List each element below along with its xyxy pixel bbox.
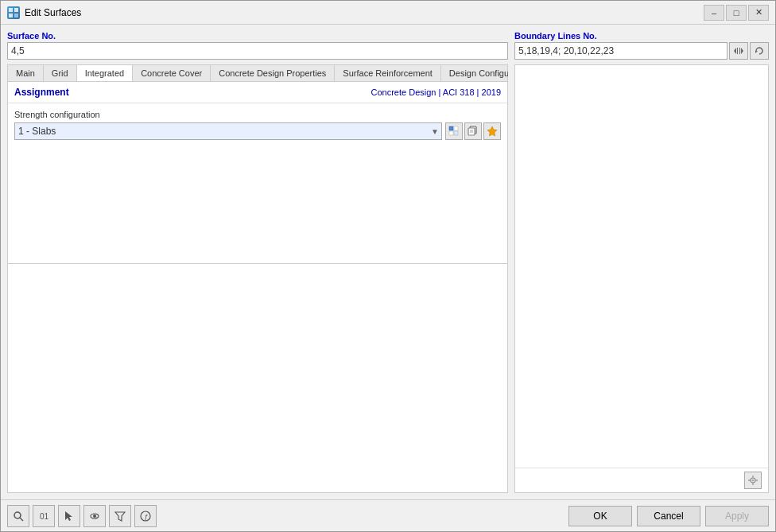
config-star-btn[interactable] [483,122,501,140]
info-bottom-btn[interactable]: ƒ [134,505,157,527]
right-content [514,64,769,493]
boundary-refresh-btn[interactable] [750,42,769,60]
boundary-input-row [514,42,769,60]
settings-icon [747,475,759,486]
svg-rect-11 [449,131,453,135]
svg-text:ƒ: ƒ [145,513,149,521]
surface-no-label: Surface No. [7,31,508,41]
dialog-buttons: OK Cancel Apply [568,506,769,526]
config-action-icons [445,122,501,140]
svg-rect-14 [468,128,475,135]
svg-point-29 [93,515,96,518]
right-body [515,65,768,468]
svg-marker-27 [65,511,72,521]
concrete-design-label: Concrete Design | ACI 318 | 2019 [371,87,501,97]
strength-config-row: 1 - Slabs 2 - Beams 3 - Columns ▼ [14,122,501,140]
title-buttons: – □ ✕ [704,5,769,21]
window-title: Edit Surfaces [25,7,81,18]
tabs-bar: Main Grid Integrated Concrete Cover Conc… [7,64,508,81]
bottom-bar: 01 ƒ [1,499,775,531]
number-bottom-icon: 01 [38,511,49,522]
tab-design-configurations[interactable]: Design Configurations [441,65,508,81]
boundary-navigate-btn[interactable] [729,42,748,60]
right-footer [515,468,768,492]
svg-rect-3 [14,14,18,17]
strength-config-select[interactable]: 1 - Slabs 2 - Beams 3 - Columns [14,122,442,140]
tab-surface-reinforcement[interactable]: Surface Reinforcement [335,65,441,81]
eye-bottom-btn[interactable] [83,505,106,527]
svg-rect-10 [454,126,458,130]
left-panel: Main Grid Integrated Concrete Cover Conc… [7,64,508,493]
cancel-button[interactable]: Cancel [637,506,700,526]
star-icon [487,126,498,137]
title-bar: Edit Surfaces – □ ✕ [1,1,775,25]
tab-body-upper: Strength configuration 1 - Slabs 2 - Bea… [8,103,507,263]
filter-bottom-btn[interactable] [109,505,131,527]
apply-button[interactable]: Apply [705,506,769,526]
svg-rect-2 [9,14,13,17]
surface-no-input[interactable] [7,42,508,60]
minimize-button[interactable]: – [704,5,724,21]
right-footer-btn[interactable] [744,472,762,489]
content-area: Surface No. Boundary Lines No. [1,25,775,499]
right-panel [514,64,769,493]
tab-grid[interactable]: Grid [44,65,77,81]
main-content: Main Grid Integrated Concrete Cover Conc… [7,64,769,493]
config-edit-btn[interactable] [445,122,463,140]
strength-config-select-wrapper: 1 - Slabs 2 - Beams 3 - Columns ▼ [14,122,442,140]
cursor-bottom-icon [64,511,75,522]
tab-concrete-cover[interactable]: Concrete Cover [133,65,211,81]
strength-config-label: Strength configuration [14,110,501,119]
boundary-lines-label: Boundary Lines No. [514,31,769,41]
eye-bottom-icon [89,511,100,522]
boundary-lines-group: Boundary Lines No. [514,31,769,60]
lower-panel [7,264,508,493]
filter-bottom-icon [114,511,126,522]
svg-point-19 [752,480,754,481]
ok-button[interactable]: OK [568,506,632,526]
app-icon [7,6,20,19]
svg-rect-6 [737,48,738,54]
svg-marker-4 [734,48,736,54]
search-bottom-btn[interactable] [7,505,29,527]
svg-marker-30 [115,512,125,521]
svg-rect-7 [739,48,740,54]
svg-rect-0 [9,8,13,12]
tab-main[interactable]: Main [8,65,44,81]
svg-marker-5 [741,48,743,54]
assignment-label: Assignment [14,87,69,98]
edit-icon [448,126,460,137]
refresh-icon [755,46,764,56]
svg-marker-17 [487,126,497,136]
tab-concrete-design-props[interactable]: Concrete Design Properties [211,65,335,81]
svg-point-24 [14,512,21,518]
number-bottom-btn[interactable]: 01 [33,505,55,527]
config-copy-btn[interactable] [464,122,482,140]
svg-text:01: 01 [40,512,49,521]
svg-line-25 [20,518,23,521]
svg-rect-12 [454,131,458,135]
navigate-icon [734,46,743,56]
svg-rect-9 [449,126,453,130]
search-bottom-icon [13,511,24,522]
tab-integrated[interactable]: Integrated [77,65,134,82]
cursor-bottom-btn[interactable] [58,505,80,527]
strength-config-section: Strength configuration 1 - Slabs 2 - Bea… [14,110,501,140]
title-bar-left: Edit Surfaces [7,6,81,19]
copy-icon [468,126,479,137]
bottom-icons: 01 ƒ [7,505,157,527]
boundary-lines-input[interactable] [514,42,728,60]
surface-no-group: Surface No. [7,31,508,60]
tab-content-upper: Assignment Concrete Design | ACI 318 | 2… [7,81,508,264]
main-window: Edit Surfaces – □ ✕ Surface No. Boundary… [0,0,776,532]
tab-header: Assignment Concrete Design | ACI 318 | 2… [8,82,507,103]
info-bottom-icon: ƒ [140,511,151,522]
svg-rect-1 [14,8,18,12]
top-fields-row: Surface No. Boundary Lines No. [7,31,769,60]
maximize-button[interactable]: □ [726,5,747,21]
close-button[interactable]: ✕ [748,5,769,21]
svg-marker-8 [755,51,758,53]
